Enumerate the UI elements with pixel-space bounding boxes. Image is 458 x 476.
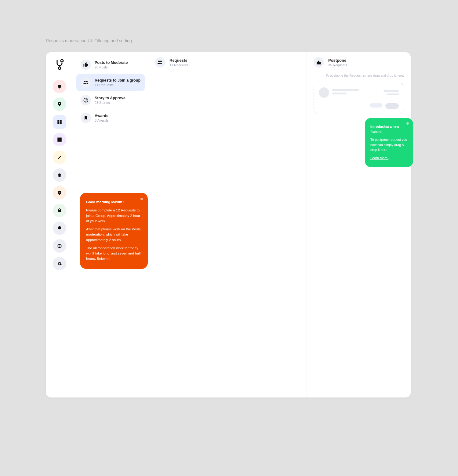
categories-column: Posts to Moderate 20 Posts Requests to J… [73, 52, 148, 397]
nav-lock-icon[interactable] [53, 204, 66, 217]
nav-heart-icon[interactable] [53, 80, 66, 93]
skeleton-line [387, 93, 399, 95]
requests-subtitle: 11 Requests [169, 63, 188, 67]
postpone-title: Postpone [328, 58, 347, 63]
nav-rail [46, 52, 73, 397]
toast-close-dot[interactable] [140, 198, 143, 200]
category-title: Awards [95, 114, 108, 118]
svg-point-4 [85, 100, 85, 100]
skeleton-avatar [319, 87, 329, 98]
app-shell: Posts to Moderate 20 Posts Requests to J… [46, 52, 411, 397]
nav-film-icon[interactable] [53, 133, 66, 146]
postpone-header: Postpone 35 Requests [314, 56, 404, 74]
skeleton-button [385, 103, 399, 109]
bookmark-icon [81, 113, 91, 123]
nav-grid-icon[interactable] [53, 115, 66, 129]
category-subtitle: 11 Requests [95, 83, 140, 87]
category-bookmark[interactable]: Awards 3 Awards [76, 109, 145, 127]
toast-greeting: Good morning Maxim ! [86, 200, 142, 205]
app-logo [53, 58, 66, 71]
daily-briefing-toast: Good morning Maxim ! Please complete a 1… [80, 193, 148, 269]
toast-line: After that please work on the Posts mode… [86, 227, 142, 243]
requests-column: Requests 11 Requests [148, 52, 307, 397]
learn-more-link[interactable]: Learn more. [370, 156, 388, 160]
toast-close-dot[interactable] [406, 122, 409, 125]
toast-line: The all moderation work for today won't … [86, 246, 142, 262]
skeleton-button [370, 103, 382, 108]
svg-point-3 [84, 98, 88, 102]
skeleton-line [383, 90, 399, 92]
nav-gear-icon[interactable] [53, 257, 66, 270]
skeleton-line [332, 89, 359, 91]
face-icon [81, 95, 91, 105]
nav-globe-icon[interactable] [53, 239, 66, 253]
postpone-dropzone[interactable] [314, 83, 404, 114]
puzzle-icon [314, 57, 324, 68]
category-face[interactable]: Story to Approve 23 Stories [76, 91, 145, 109]
skeleton-line [332, 93, 347, 94]
category-title: Requests to Join a group [95, 78, 140, 82]
feature-tip-toast: Introducing a new feature. To postpone r… [365, 118, 413, 167]
category-title: Story to Approve [95, 96, 125, 100]
dropzone-hint: To postpone the Request, simple drag and… [314, 74, 404, 77]
postpone-subtitle: 35 Requests [328, 63, 347, 67]
category-subtitle: 23 Stories [95, 101, 125, 104]
svg-point-5 [86, 100, 87, 100]
group-icon [155, 57, 165, 68]
category-subtitle: 20 Posts [95, 65, 128, 69]
tip-title: Introducing a new feature. [370, 124, 408, 134]
nav-pin-icon[interactable] [53, 97, 66, 111]
requests-title: Requests [169, 58, 188, 63]
page-caption: Requests moderation UI. Filtering and so… [0, 0, 458, 52]
group-add-icon [81, 77, 91, 88]
nav-trash-icon[interactable] [53, 168, 66, 182]
category-title: Posts to Moderate [95, 60, 128, 65]
requests-header: Requests 11 Requests [148, 56, 307, 74]
category-group-add[interactable]: Requests to Join a group 11 Requests [76, 74, 145, 91]
category-thumbs[interactable]: Posts to Moderate 20 Posts [76, 56, 145, 74]
thumbs-icon [81, 60, 91, 70]
nav-bell-icon[interactable] [53, 222, 66, 235]
postpone-column: Postpone 35 Requests To postpone the Req… [307, 52, 411, 397]
tip-body: To postpone request you now can simply d… [370, 137, 408, 152]
svg-point-0 [61, 60, 63, 62]
nav-shield-icon[interactable] [53, 186, 66, 200]
nav-pencil-icon[interactable] [53, 151, 66, 164]
toast-line: Please complete a 12 Requests to join a … [86, 208, 142, 224]
category-subtitle: 3 Awards [95, 119, 108, 122]
